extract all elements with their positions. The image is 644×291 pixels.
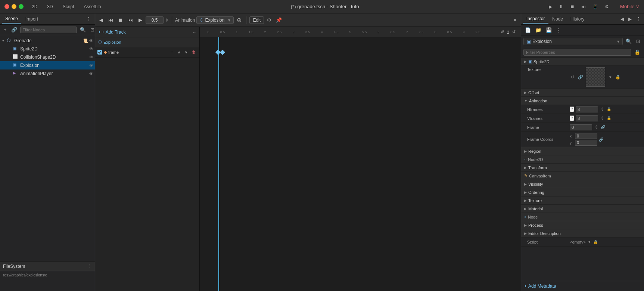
add-metadata-button[interactable]: + Add Metadata — [524, 284, 556, 289]
inspector-search-button[interactable]: 🔍 — [624, 38, 633, 45]
visibility-collision-icon[interactable]: 👁 — [89, 55, 93, 59]
mode-3d-button[interactable]: 3D — [45, 3, 55, 10]
link-node-button[interactable]: 🔗 — [10, 26, 19, 33]
animation-section-header[interactable]: ▼ Animation — [521, 97, 644, 105]
new-file-icon[interactable]: 📄 — [523, 27, 532, 34]
visibility-section-header[interactable]: ▶ Visibility — [521, 180, 644, 188]
inspector-tab-inspector[interactable]: Inspector — [523, 15, 548, 24]
open-folder-icon[interactable]: 📁 — [534, 27, 543, 34]
remote-button[interactable]: 📱 — [590, 3, 600, 10]
tree-item-collisionshape2d[interactable]: ⬜ CollisionShape2D 👁 — [0, 53, 95, 61]
anim-back-button[interactable]: ◀ — [97, 16, 105, 24]
filter-icon[interactable]: ⊡ — [89, 26, 96, 33]
tab-scene[interactable]: Scene — [2, 15, 21, 24]
save-icon[interactable]: 💾 — [544, 27, 553, 34]
texture-reset-button[interactable]: ↺ — [570, 74, 575, 80]
track-up-button[interactable]: ∧ — [176, 49, 182, 55]
assetlib-button[interactable]: AssetLib — [81, 3, 103, 10]
add-track-button[interactable]: + + Add Track — [98, 30, 126, 35]
filter-props-lock-icon[interactable]: 🔒 — [633, 49, 642, 56]
anim-step-forward-button[interactable]: ⏭ — [127, 16, 135, 24]
ordering-section-header[interactable]: ▶ Ordering — [521, 188, 644, 196]
pause-button[interactable]: ⏸ — [557, 3, 566, 10]
hframes-reset-button[interactable]: ↺ — [570, 106, 574, 112]
sprite2d-section-header[interactable]: ▶ ▣ Sprite2D — [521, 58, 644, 66]
inspector-menu-button[interactable]: ⋮ — [635, 15, 643, 22]
track-row-frame[interactable]: ◆ frame ⋯ ∧ ∨ 🗑 — [95, 47, 199, 58]
frame-coords-y-input[interactable] — [575, 140, 597, 146]
inspector-tab-node[interactable]: Node — [548, 15, 567, 23]
inspector-panel: Inspector Node History ◀ ▶ ⋮ 📄 📁 💾 ⋮ ▣ E… — [521, 13, 644, 291]
tree-item-explosion[interactable]: ▣ Explosion 👁 — [0, 61, 95, 69]
settings-button[interactable]: ⚙ — [603, 3, 611, 10]
inspector-filter-button[interactable]: ⊡ — [635, 38, 642, 45]
animation-time-input[interactable] — [146, 16, 164, 24]
play-button[interactable]: ▶ — [547, 3, 554, 10]
frame-input[interactable] — [570, 124, 592, 130]
region-section-header[interactable]: ▶ Region — [521, 147, 644, 155]
offset-section-header[interactable]: ▶ Offset — [521, 89, 644, 97]
vframes-reset-button[interactable]: ↺ — [570, 115, 574, 121]
panel-menu-button[interactable]: ⋮ — [85, 15, 93, 22]
process-section-header[interactable]: ▶ Process — [521, 221, 644, 229]
anim-rewind-button[interactable]: ⏮ — [106, 16, 115, 24]
track-down-button[interactable]: ∨ — [183, 49, 189, 55]
frame-up-button[interactable]: ⇕ — [594, 124, 599, 130]
hframes-up-button[interactable]: ⇕ — [600, 106, 605, 112]
filter-nodes-input[interactable] — [20, 27, 77, 33]
script-dropdown-button[interactable]: ▾ — [587, 239, 592, 245]
minimize-button[interactable] — [12, 4, 16, 9]
inspector-forward-button[interactable]: ▶ — [627, 16, 633, 22]
maximize-button[interactable] — [19, 4, 24, 9]
keyframe-1[interactable] — [220, 50, 225, 55]
track-stretch-icon[interactable]: ↔ — [192, 30, 196, 34]
material-section-header[interactable]: ▶ Material — [521, 205, 644, 213]
edit-button[interactable]: Edit — [249, 16, 264, 24]
filter-properties-input[interactable] — [523, 49, 631, 56]
frame-coords-x-input[interactable] — [575, 133, 597, 139]
visibility-icon[interactable]: 👁 — [89, 38, 93, 43]
script-button[interactable]: Script — [60, 3, 77, 10]
filesystem-tab[interactable]: FileSystem ⋮ — [0, 261, 95, 271]
anim-pin-button[interactable]: 📌 — [274, 16, 283, 24]
step-button[interactable]: ⏭ — [579, 3, 588, 10]
add-node-button[interactable]: + — [2, 26, 8, 33]
track-options-button[interactable]: ⋯ — [168, 49, 175, 55]
track-checkbox-frame[interactable] — [97, 50, 102, 55]
inspector-dots-menu[interactable]: ⋮ — [555, 27, 563, 34]
ruler-add-button[interactable]: ↺ — [511, 29, 517, 35]
visibility-explosion-icon[interactable]: 👁 — [89, 63, 93, 68]
track-delete-button[interactable]: 🗑 — [190, 49, 197, 55]
node-selector-dropdown[interactable]: ▣ Explosion ▾ — [523, 38, 623, 45]
timeline-canvas[interactable] — [200, 37, 521, 291]
vframes-input[interactable] — [576, 115, 598, 121]
hframes-input[interactable] — [576, 106, 598, 112]
close-button[interactable] — [4, 4, 9, 9]
animation-options-button[interactable]: ⊕ — [235, 16, 243, 24]
anim-stop-button[interactable]: ⏹ — [116, 16, 125, 24]
inspector-tab-history[interactable]: History — [567, 15, 588, 23]
search-icon[interactable]: 🔍 — [78, 26, 87, 33]
inspector-back-button[interactable]: ◀ — [619, 16, 625, 22]
texture-link-button[interactable]: 🔗 — [577, 74, 584, 80]
visibility-animplayer-icon[interactable]: 👁 — [89, 71, 93, 76]
visibility-sprite2d-icon[interactable]: 👁 — [89, 47, 93, 51]
mode-2d-button[interactable]: 2D — [29, 3, 40, 10]
texture-dropdown-button[interactable]: ▾ — [608, 74, 613, 80]
tree-item-animationplayer[interactable]: ▶ AnimationPlayer 👁 — [0, 69, 95, 78]
editor-desc-section-header[interactable]: ▶ Editor Description — [521, 229, 644, 238]
anim-settings-button[interactable]: ⚙ — [265, 16, 273, 24]
vframes-up-button[interactable]: ⇕ — [600, 115, 605, 121]
ruler-refresh-button[interactable]: ↺ — [499, 29, 505, 35]
anim-play-button[interactable]: ▶ — [137, 16, 144, 24]
anim-close-button[interactable]: ✕ — [511, 16, 519, 24]
transform-section-header[interactable]: ▶ Transform — [521, 164, 644, 172]
mobile-dropdown-button[interactable]: Mobile ∨ — [620, 4, 640, 9]
tree-item-sprite2d[interactable]: ▣ Sprite2D 👁 — [0, 45, 95, 53]
animation-name-dropdown[interactable]: ⬡ Explosion ▾ — [196, 16, 234, 24]
tree-item-grenade[interactable]: ▼ ⬡ Grenade 📜 👁 — [0, 37, 95, 45]
tab-import[interactable]: Import — [22, 15, 41, 23]
texture-section-header[interactable]: ▶ Texture — [521, 196, 644, 205]
filesystem-menu-icon[interactable]: ⋮ — [88, 264, 92, 269]
stop-button[interactable]: ⏹ — [568, 3, 577, 10]
